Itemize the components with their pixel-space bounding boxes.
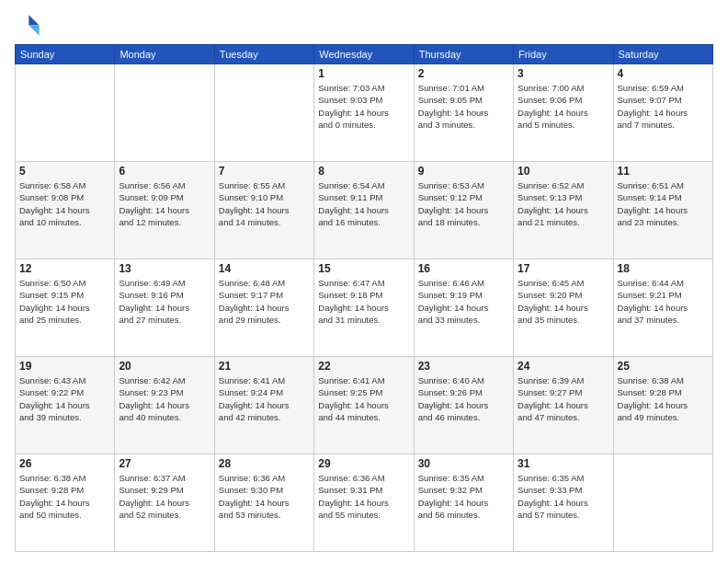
day-number: 13: [119, 262, 210, 275]
day-number: 21: [219, 360, 310, 373]
day-info: Sunrise: 6:49 AMSunset: 9:16 PMDaylight:…: [119, 277, 210, 326]
day-info: Sunrise: 6:38 AMSunset: 9:28 PMDaylight:…: [618, 374, 709, 423]
calendar-cell: 7Sunrise: 6:55 AMSunset: 9:10 PMDaylight…: [214, 162, 313, 259]
day-info: Sunrise: 6:58 AMSunset: 9:08 PMDaylight:…: [19, 179, 110, 228]
day-number: 3: [518, 67, 609, 80]
calendar-cell: 21Sunrise: 6:41 AMSunset: 9:24 PMDayligh…: [214, 357, 313, 454]
calendar-cell: 20Sunrise: 6:42 AMSunset: 9:23 PMDayligh…: [115, 357, 214, 454]
day-info: Sunrise: 6:53 AMSunset: 9:12 PMDaylight:…: [418, 179, 509, 228]
calendar-cell: 1Sunrise: 7:03 AMSunset: 9:03 PMDaylight…: [314, 64, 414, 162]
day-info: Sunrise: 6:55 AMSunset: 9:10 PMDaylight:…: [219, 179, 310, 228]
calendar-cell: 18Sunrise: 6:44 AMSunset: 9:21 PMDayligh…: [613, 259, 712, 357]
calendar-cell: 19Sunrise: 6:43 AMSunset: 9:22 PMDayligh…: [16, 357, 115, 454]
day-number: 22: [318, 360, 409, 373]
day-info: Sunrise: 6:56 AMSunset: 9:09 PMDaylight:…: [119, 179, 210, 228]
calendar-cell: 31Sunrise: 6:35 AMSunset: 9:33 PMDayligh…: [514, 454, 613, 552]
day-info: Sunrise: 6:48 AMSunset: 9:17 PMDaylight:…: [219, 277, 310, 326]
svg-marker-0: [28, 15, 39, 25]
calendar-cell: [16, 64, 115, 162]
day-number: 25: [618, 360, 709, 373]
calendar-week-row: 5Sunrise: 6:58 AMSunset: 9:08 PMDaylight…: [16, 162, 713, 259]
day-info: Sunrise: 6:59 AMSunset: 9:07 PMDaylight:…: [618, 82, 709, 131]
calendar-cell: 14Sunrise: 6:48 AMSunset: 9:17 PMDayligh…: [214, 259, 313, 357]
day-number: 23: [418, 360, 509, 373]
day-info: Sunrise: 6:36 AMSunset: 9:31 PMDaylight:…: [318, 472, 409, 521]
day-number: 11: [618, 165, 709, 178]
day-number: 19: [19, 360, 110, 373]
day-number: 12: [19, 262, 110, 275]
day-info: Sunrise: 7:01 AMSunset: 9:05 PMDaylight:…: [418, 82, 509, 131]
calendar-cell: 2Sunrise: 7:01 AMSunset: 9:05 PMDaylight…: [414, 64, 513, 162]
calendar-week-row: 12Sunrise: 6:50 AMSunset: 9:15 PMDayligh…: [16, 259, 713, 357]
calendar-header-row: SundayMondayTuesdayWednesdayThursdayFrid…: [16, 45, 713, 64]
day-number: 17: [518, 262, 609, 275]
day-info: Sunrise: 6:46 AMSunset: 9:19 PMDaylight:…: [418, 277, 509, 326]
day-number: 8: [318, 165, 409, 178]
calendar-cell: 3Sunrise: 7:00 AMSunset: 9:06 PMDaylight…: [514, 64, 613, 162]
day-info: Sunrise: 6:52 AMSunset: 9:13 PMDaylight:…: [518, 179, 609, 228]
weekday-header: Thursday: [414, 45, 513, 64]
day-number: 20: [119, 360, 210, 373]
calendar-cell: 22Sunrise: 6:41 AMSunset: 9:25 PMDayligh…: [314, 357, 414, 454]
day-info: Sunrise: 6:38 AMSunset: 9:28 PMDaylight:…: [19, 472, 110, 521]
day-number: 26: [19, 457, 110, 470]
day-info: Sunrise: 6:35 AMSunset: 9:32 PMDaylight:…: [418, 472, 509, 521]
weekday-header: Saturday: [613, 45, 712, 64]
day-info: Sunrise: 6:44 AMSunset: 9:21 PMDaylight:…: [618, 277, 709, 326]
calendar-cell: 27Sunrise: 6:37 AMSunset: 9:29 PMDayligh…: [115, 454, 214, 552]
calendar-cell: 12Sunrise: 6:50 AMSunset: 9:15 PMDayligh…: [16, 259, 115, 357]
calendar-cell: [613, 454, 712, 552]
weekday-header: Tuesday: [214, 45, 313, 64]
day-info: Sunrise: 6:43 AMSunset: 9:22 PMDaylight:…: [19, 374, 110, 423]
day-info: Sunrise: 6:47 AMSunset: 9:18 PMDaylight:…: [318, 277, 409, 326]
day-number: 24: [518, 360, 609, 373]
day-number: 6: [119, 165, 210, 178]
calendar-cell: 24Sunrise: 6:39 AMSunset: 9:27 PMDayligh…: [514, 357, 613, 454]
day-info: Sunrise: 6:51 AMSunset: 9:14 PMDaylight:…: [618, 179, 709, 228]
calendar-cell: 23Sunrise: 6:40 AMSunset: 9:26 PMDayligh…: [414, 357, 513, 454]
day-info: Sunrise: 6:41 AMSunset: 9:24 PMDaylight:…: [219, 374, 310, 423]
day-info: Sunrise: 6:36 AMSunset: 9:30 PMDaylight:…: [219, 472, 310, 521]
day-number: 2: [418, 67, 509, 80]
day-number: 18: [618, 262, 709, 275]
logo-icon: [15, 11, 40, 37]
calendar-table: SundayMondayTuesdayWednesdayThursdayFrid…: [15, 44, 713, 552]
calendar-cell: 10Sunrise: 6:52 AMSunset: 9:13 PMDayligh…: [514, 162, 613, 259]
calendar-cell: 17Sunrise: 6:45 AMSunset: 9:20 PMDayligh…: [514, 259, 613, 357]
calendar-cell: 9Sunrise: 6:53 AMSunset: 9:12 PMDaylight…: [414, 162, 513, 259]
day-info: Sunrise: 6:39 AMSunset: 9:27 PMDaylight:…: [518, 374, 609, 423]
day-number: 9: [418, 165, 509, 178]
calendar-week-row: 19Sunrise: 6:43 AMSunset: 9:22 PMDayligh…: [16, 357, 713, 454]
day-number: 30: [418, 457, 509, 470]
calendar-cell: 11Sunrise: 6:51 AMSunset: 9:14 PMDayligh…: [613, 162, 712, 259]
calendar-cell: [115, 64, 214, 162]
page: SundayMondayTuesdayWednesdayThursdayFrid…: [0, 0, 728, 563]
day-info: Sunrise: 6:35 AMSunset: 9:33 PMDaylight:…: [518, 472, 609, 521]
calendar-cell: 16Sunrise: 6:46 AMSunset: 9:19 PMDayligh…: [414, 259, 513, 357]
day-info: Sunrise: 6:42 AMSunset: 9:23 PMDaylight:…: [119, 374, 210, 423]
header: [15, 11, 713, 37]
calendar-cell: 30Sunrise: 6:35 AMSunset: 9:32 PMDayligh…: [414, 454, 513, 552]
weekday-header: Sunday: [16, 45, 115, 64]
calendar-cell: 28Sunrise: 6:36 AMSunset: 9:30 PMDayligh…: [214, 454, 313, 552]
svg-marker-1: [28, 25, 39, 35]
weekday-header: Wednesday: [314, 45, 414, 64]
calendar-cell: 6Sunrise: 6:56 AMSunset: 9:09 PMDaylight…: [115, 162, 214, 259]
day-number: 29: [318, 457, 409, 470]
calendar-cell: 15Sunrise: 6:47 AMSunset: 9:18 PMDayligh…: [314, 259, 414, 357]
weekday-header: Monday: [115, 45, 214, 64]
day-info: Sunrise: 7:00 AMSunset: 9:06 PMDaylight:…: [518, 82, 609, 131]
calendar-week-row: 26Sunrise: 6:38 AMSunset: 9:28 PMDayligh…: [16, 454, 713, 552]
calendar-cell: 4Sunrise: 6:59 AMSunset: 9:07 PMDaylight…: [613, 64, 712, 162]
day-number: 7: [219, 165, 310, 178]
calendar-cell: 25Sunrise: 6:38 AMSunset: 9:28 PMDayligh…: [613, 357, 712, 454]
day-info: Sunrise: 7:03 AMSunset: 9:03 PMDaylight:…: [318, 82, 409, 131]
day-info: Sunrise: 6:50 AMSunset: 9:15 PMDaylight:…: [19, 277, 110, 326]
calendar-cell: 8Sunrise: 6:54 AMSunset: 9:11 PMDaylight…: [314, 162, 414, 259]
calendar-week-row: 1Sunrise: 7:03 AMSunset: 9:03 PMDaylight…: [16, 64, 713, 162]
day-number: 16: [418, 262, 509, 275]
day-number: 31: [518, 457, 609, 470]
day-number: 10: [518, 165, 609, 178]
day-info: Sunrise: 6:40 AMSunset: 9:26 PMDaylight:…: [418, 374, 509, 423]
weekday-header: Friday: [514, 45, 613, 64]
